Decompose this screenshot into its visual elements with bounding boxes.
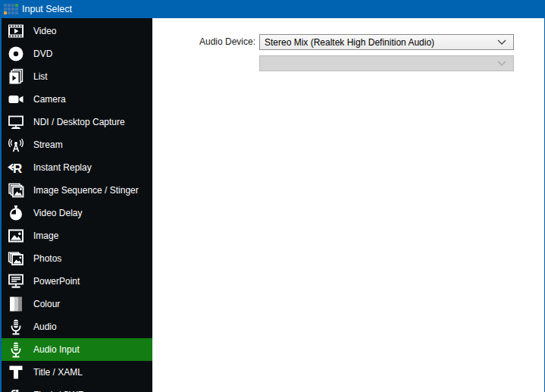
microphone-icon — [7, 318, 25, 336]
audio-device-label: Audio Device: — [152, 34, 255, 50]
sidebar-item-label: Instant Replay — [33, 162, 92, 173]
disc-icon — [7, 45, 25, 63]
secondary-device-dropdown — [259, 55, 514, 71]
image-stack-icon — [7, 181, 25, 199]
sidebar-item-stream[interactable]: Stream — [2, 133, 152, 156]
presentation-icon — [7, 272, 25, 290]
sidebar-item-label: NDI / Desktop Capture — [33, 117, 125, 127]
sidebar-item-label: Video Delay — [33, 208, 83, 218]
photos-icon — [7, 249, 25, 268]
image-icon — [7, 227, 25, 245]
colour-swatch-icon — [7, 295, 25, 313]
audio-device-value: Stereo Mix (Realtek High Definition Audi… — [260, 37, 497, 48]
sidebar-item-label: Stream — [33, 140, 63, 150]
main-panel: Audio Device: Stereo Mix (Realtek High D… — [152, 18, 544, 392]
input-select-window: Input Select Video DVD List Camera NDI /… — [0, 0, 545, 392]
sidebar-item-powerpoint[interactable]: PowerPoint — [2, 270, 152, 293]
chevron-down-icon — [497, 39, 508, 45]
sidebar-item-camera[interactable]: Camera — [2, 88, 152, 111]
sidebar-item-colour[interactable]: Colour — [2, 293, 152, 315]
sidebar-item-label: List — [33, 71, 48, 82]
sidebar-item-video[interactable]: Video — [2, 20, 152, 42]
sidebar-item-label: Title / XAML — [33, 367, 83, 378]
sidebar-item-label: Image Sequence / Stinger — [33, 185, 139, 196]
window-title: Input Select — [22, 0, 72, 18]
chevron-down-icon — [497, 61, 508, 66]
flash-icon: fl — [7, 386, 25, 392]
film-strip-icon — [7, 22, 25, 40]
sidebar-item-label: Audio — [33, 321, 57, 332]
sidebar-item-video-delay[interactable]: Video Delay — [2, 202, 152, 224]
sidebar-item-audio-input[interactable]: Audio Input — [2, 338, 152, 361]
sidebar-item-audio[interactable]: Audio — [2, 315, 152, 338]
sidebar-item-label: Image — [33, 230, 58, 241]
sidebar-item-title-xaml[interactable]: Title / XAML — [2, 361, 152, 384]
svg-text:fl: fl — [9, 387, 19, 392]
sidebar-item-flash-swf[interactable]: fl Flash / SWF — [2, 384, 152, 392]
sidebar-item-dvd[interactable]: DVD — [2, 42, 152, 65]
monitor-icon — [7, 113, 25, 131]
audio-device-dropdown[interactable]: Stereo Mix (Realtek High Definition Audi… — [259, 34, 514, 50]
sidebar-item-photos[interactable]: Photos — [2, 247, 152, 270]
vmix-logo-icon — [4, 4, 18, 14]
sidebar-item-ndi-desktop-capture[interactable]: NDI / Desktop Capture — [2, 111, 152, 133]
replay-icon: R — [7, 158, 25, 177]
svg-text:R: R — [13, 162, 22, 176]
sidebar: Video DVD List Camera NDI / Desktop Capt… — [2, 18, 152, 392]
list-play-icon — [7, 67, 25, 86]
antenna-icon — [7, 136, 25, 154]
sidebar-item-label: DVD — [33, 49, 52, 59]
sidebar-item-label: PowerPoint — [33, 276, 80, 287]
sidebar-item-label: Photos — [33, 253, 61, 264]
sidebar-item-label: Colour — [33, 299, 60, 309]
sidebar-item-label: Camera — [33, 94, 66, 105]
microphone-icon — [7, 340, 25, 359]
stopwatch-icon — [7, 204, 25, 222]
sidebar-item-label: Video — [33, 26, 56, 36]
camera-icon — [7, 90, 25, 108]
sidebar-item-image-sequence-stinger[interactable]: Image Sequence / Stinger — [2, 179, 152, 202]
window-content: Video DVD List Camera NDI / Desktop Capt… — [0, 18, 545, 392]
sidebar-item-list[interactable]: List — [2, 65, 152, 88]
sidebar-item-image[interactable]: Image — [2, 224, 152, 247]
title-t-icon — [7, 363, 25, 381]
titlebar: Input Select — [0, 0, 545, 18]
sidebar-item-instant-replay[interactable]: R Instant Replay — [2, 156, 152, 179]
sidebar-item-label: Audio Input — [33, 344, 80, 355]
